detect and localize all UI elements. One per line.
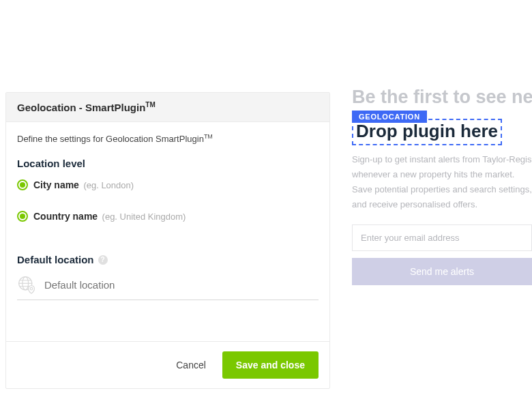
drop-zone-tag: GEOLOCATION (352, 111, 427, 123)
preview-pane: Be the first to see new properties in GE… (352, 86, 532, 389)
radio-label: City name (33, 179, 79, 190)
default-location-row (17, 275, 319, 300)
plugin-drop-zone[interactable]: GEOLOCATION Drop plugin here (352, 119, 502, 145)
cancel-button[interactable]: Cancel (171, 353, 211, 377)
radio-city-name[interactable]: City name (eg. London) (17, 179, 134, 191)
radio-hint: (eg. London) (83, 180, 134, 190)
panel-title: Geolocation - SmartPluginTM (6, 93, 329, 122)
default-location-title: Default location ? (17, 254, 319, 265)
panel-description: Define the settings for Geolocation Smar… (17, 133, 319, 144)
preview-heading: Be the first to see new properties in (352, 86, 532, 109)
default-location-title-text: Default location (17, 254, 94, 265)
help-icon[interactable]: ? (98, 255, 108, 265)
radio-hint: (eg. United Kingdom) (102, 212, 186, 222)
email-field[interactable] (352, 224, 532, 251)
send-alerts-button[interactable]: Send me alerts (352, 258, 532, 285)
panel-footer: Cancel Save and close (6, 341, 329, 388)
location-level-title: Location level (17, 158, 319, 169)
radio-icon (17, 211, 28, 222)
location-level-options: City name (eg. London) Country name (eg.… (17, 179, 319, 222)
panel-description-text: Define the settings for Geolocation Smar… (17, 134, 204, 144)
radio-country-name[interactable]: Country name (eg. United Kingdom) (17, 210, 186, 222)
preview-description: Sign-up to get instant alerts from Taylo… (352, 152, 532, 212)
globe-icon (17, 275, 36, 294)
radio-icon (17, 179, 28, 190)
default-location-input[interactable] (44, 279, 319, 291)
save-button[interactable]: Save and close (222, 351, 319, 379)
panel-title-tm: TM (145, 101, 155, 108)
drop-zone-text: Drop plugin here (356, 121, 498, 142)
settings-panel: Geolocation - SmartPluginTM Define the s… (5, 92, 330, 389)
panel-title-text: Geolocation - SmartPlugin (17, 102, 145, 113)
panel-description-tm: TM (204, 133, 213, 140)
radio-label: Country name (33, 211, 98, 222)
